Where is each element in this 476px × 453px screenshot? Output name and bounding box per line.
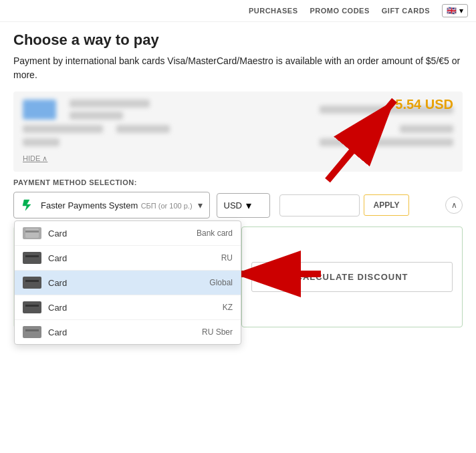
order-summary: 5.54 USD HIDE ∧ <box>13 92 463 172</box>
payment-method-name: Faster Payments System <box>41 200 138 210</box>
hide-link[interactable]: HIDE ∧ <box>23 154 47 163</box>
payment-row: Faster Payments System СБП (or 100 р.) ▾… <box>13 192 463 218</box>
fps-icon <box>21 198 35 212</box>
page-title: Choose a way to pay <box>13 31 463 49</box>
top-nav: PURCHASES PROMO CODES GIFT CARDS <box>249 7 430 15</box>
dropdown-item-0[interactable]: Card Bank card <box>15 221 241 246</box>
item-label-0: Card <box>48 229 190 239</box>
card-icon-1 <box>23 252 41 264</box>
svg-rect-8 <box>25 305 39 307</box>
dropdown-item-1[interactable]: Card RU <box>15 246 241 271</box>
summary-row1a <box>23 125 103 133</box>
summary-row2b <box>320 138 453 146</box>
item-label-3: Card <box>48 303 216 313</box>
svg-rect-7 <box>25 303 39 312</box>
main-content: Choose a way to pay Payment by internati… <box>0 22 476 341</box>
payment-method-select[interactable]: Faster Payments System СБП (or 100 р.) ▾… <box>13 192 210 218</box>
svg-rect-4 <box>25 255 39 257</box>
svg-rect-10 <box>25 329 39 331</box>
flag-icon: 🇬🇧 <box>447 6 457 15</box>
dropdown-item-4[interactable]: Card RU Sber <box>15 320 241 344</box>
dropdown-item-2[interactable]: Card Global <box>15 271 241 295</box>
svg-rect-3 <box>25 253 39 263</box>
top-bar: PURCHASES PROMO CODES GIFT CARDS 🇬🇧 ▾ <box>0 0 476 22</box>
item-label-2: Card <box>48 278 203 288</box>
svg-rect-6 <box>25 280 39 282</box>
item-region-1: RU <box>221 253 233 263</box>
product-thumb <box>23 100 56 120</box>
currency-text: USD <box>224 200 242 210</box>
product-name-blur <box>70 100 150 108</box>
payment-method-label: PAYMENT METHOD SELECTION: <box>13 178 463 186</box>
dropdown-item-3[interactable]: Card KZ <box>15 295 241 320</box>
promo-codes-link[interactable]: PROMO CODES <box>310 7 370 15</box>
card-icon-4 <box>23 326 41 338</box>
gift-cards-link[interactable]: GIFT CARDS <box>382 7 430 15</box>
price-value: 5.54 <box>395 97 421 112</box>
info-text: Payment by international bank cards Visa… <box>13 54 463 82</box>
summary-row1b <box>116 125 170 133</box>
price-currency: USD <box>425 97 453 112</box>
svg-rect-5 <box>25 278 39 287</box>
item-region-0: Bank card <box>197 229 233 238</box>
chevron-up-icon: ∧ <box>451 200 457 210</box>
payment-dropdown: Card Bank card Card RU Card Global <box>14 220 241 345</box>
item-label-1: Card <box>48 253 215 263</box>
item-region-4: RU Sber <box>202 327 233 337</box>
svg-rect-2 <box>25 231 39 233</box>
calculate-discount-button[interactable]: CALCULATE DISCOUNT <box>251 262 453 292</box>
collapse-button[interactable]: ∧ <box>445 196 463 214</box>
currency-select[interactable]: USD ▾ <box>217 193 270 218</box>
svg-rect-1 <box>25 229 39 238</box>
summary-row1c <box>400 125 453 133</box>
card-icon-0 <box>23 227 41 239</box>
purchases-link[interactable]: PURCHASES <box>249 7 298 15</box>
svg-rect-9 <box>25 327 39 337</box>
payment-method-sub: СБП (or 100 р.) <box>141 202 193 210</box>
item-region-3: KZ <box>223 303 233 312</box>
payment-chevron-icon: ▾ <box>198 200 203 210</box>
svg-marker-0 <box>23 200 31 210</box>
card-icon-2 <box>23 277 41 289</box>
language-selector[interactable]: 🇬🇧 ▾ <box>442 4 468 17</box>
apply-button[interactable]: APPLY <box>364 194 410 216</box>
product-detail-blur <box>70 112 123 120</box>
card-icon-3 <box>23 301 41 313</box>
promo-code-input[interactable] <box>279 194 360 216</box>
item-label-4: Card <box>48 327 195 337</box>
item-region-2: Global <box>209 278 233 287</box>
price-badge: 5.54 USD <box>395 97 453 112</box>
calculate-section: CALCULATE DISCOUNT <box>241 226 463 327</box>
chevron-down-icon: ▾ <box>459 6 463 15</box>
summary-row2a <box>23 138 60 146</box>
currency-chevron-icon: ▾ <box>246 199 251 212</box>
